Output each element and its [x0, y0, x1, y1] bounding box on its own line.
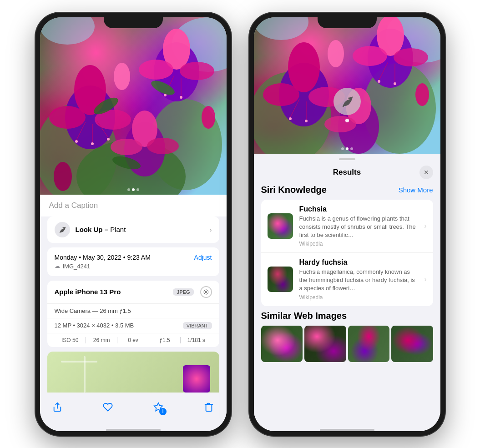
svg-point-7 — [49, 106, 86, 129]
svg-point-26 — [147, 138, 179, 154]
hardy-source: Wikipedia — [299, 294, 418, 301]
bottom-toolbar: i — [40, 393, 227, 426]
knowledge-item-hardy[interactable]: Hardy fuchsia Fuchsia magellanica, commo… — [261, 253, 433, 306]
device-section: Apple iPhone 13 Pro JPEG Wide Camera — 2… — [47, 281, 219, 347]
caption-placeholder[interactable]: Add a Caption — [49, 201, 98, 210]
fuchsia-source: Wikipedia — [299, 241, 418, 247]
fuchsia-arrow: › — [424, 222, 426, 230]
right-screen: Results ✕ Siri Knowledge Show More Fuch — [254, 17, 440, 431]
visual-lookup-button[interactable]: i — [148, 397, 168, 417]
siri-knowledge-section: Siri Knowledge Show More Fuchsia Fuchsia… — [254, 185, 440, 306]
siri-knowledge-title: Siri Knowledge — [261, 185, 327, 195]
right-phone: Results ✕ Siri Knowledge Show More Fuch — [249, 13, 445, 436]
caption-area[interactable]: Add a Caption — [40, 195, 227, 216]
notch-left — [104, 13, 163, 28]
exif-aperture: ƒ1.5 — [149, 337, 181, 343]
filename-label: IMG_4241 — [63, 263, 91, 270]
map-photo-thumb — [183, 365, 210, 393]
results-title: Results — [275, 168, 419, 177]
device-header: Apple iPhone 13 Pro JPEG — [47, 281, 219, 304]
flower-image-right — [254, 17, 440, 154]
photo-dots-right — [341, 147, 353, 150]
svg-point-50 — [353, 46, 387, 66]
svg-point-17 — [139, 60, 173, 80]
svg-point-46 — [289, 117, 292, 120]
trash-button[interactable] — [199, 397, 219, 417]
svg-point-22 — [180, 96, 182, 99]
svg-point-47 — [305, 120, 308, 122]
svg-point-28 — [202, 106, 215, 129]
lookup-row[interactable]: Look Up – Plant › — [47, 216, 219, 243]
svg-point-42 — [263, 83, 299, 106]
fuchsia-name: Fuchsia — [299, 205, 418, 213]
lookup-label: Look Up – Plant — [76, 226, 126, 233]
hardy-name: Hardy fuchsia — [299, 258, 418, 267]
cloud-icon: ☁ — [55, 263, 60, 269]
svg-point-13 — [91, 142, 94, 145]
exif-shutter: 1/181 s — [181, 337, 212, 343]
lookup-icon — [55, 222, 70, 237]
left-screen: Add a Caption Look Up – Plant › Monday •… — [40, 17, 227, 431]
results-panel: Results ✕ Siri Knowledge Show More Fuch — [254, 154, 440, 426]
camera-settings-icon[interactable] — [200, 286, 212, 298]
show-more-button[interactable]: Show More — [399, 186, 433, 194]
exif-ev: 0 ev — [117, 337, 149, 343]
siri-lookup-button[interactable] — [333, 88, 361, 115]
photo-area-right — [254, 17, 440, 154]
device-specs-row: 12 MP • 3024 × 4032 • 3.5 MB VIBRANT — [47, 318, 219, 333]
left-phone: Add a Caption Look Up – Plant › Monday •… — [35, 13, 231, 436]
jpeg-badge: JPEG — [173, 288, 193, 296]
hardy-content: Hardy fuchsia Fuchsia magellanica, commo… — [299, 258, 418, 301]
hardy-thumbnail — [268, 267, 293, 292]
exif-focal: 26 mm — [86, 337, 117, 343]
siri-dot — [345, 119, 349, 122]
info-panel-left: Add a Caption Look Up – Plant › Monday •… — [40, 195, 227, 393]
sim-image-2[interactable] — [304, 326, 346, 362]
svg-point-4 — [40, 17, 95, 45]
sim-image-3[interactable] — [348, 326, 390, 362]
map-road-v — [84, 356, 86, 393]
svg-point-54 — [378, 80, 380, 83]
photo-dots — [127, 188, 139, 191]
camera-detail: Wide Camera — 26 mm ƒ1.5 — [47, 304, 219, 318]
lookup-arrow: › — [210, 226, 212, 233]
info-badge: i — [159, 408, 167, 415]
meta-date-row: Monday • May 30, 2022 • 9:23 AM Adjust — [55, 254, 212, 261]
notch-right — [318, 13, 377, 28]
thumb-flower — [183, 365, 210, 393]
svg-point-33 — [205, 291, 207, 293]
sim-image-1[interactable] — [261, 326, 303, 362]
knowledge-item-fuchsia[interactable]: Fuchsia Fuchsia is a genus of flowering … — [261, 200, 433, 253]
svg-point-41 — [288, 42, 320, 92]
hardy-arrow: › — [424, 275, 426, 283]
lookup-regular: Plant — [108, 226, 126, 233]
home-indicator-left — [106, 429, 161, 431]
hardy-desc: Fuchsia magellanica, commonly known as t… — [299, 268, 418, 293]
fuchsia-desc: Fuchsia is a genus of flowering plants t… — [299, 215, 418, 240]
exif-row: ISO 50 26 mm 0 ev ƒ1.5 1/181 s — [47, 333, 219, 347]
svg-point-51 — [394, 48, 428, 66]
svg-point-39 — [254, 17, 308, 40]
adjust-button[interactable]: Adjust — [194, 254, 212, 261]
similar-images-grid — [261, 326, 433, 362]
siri-header: Siri Knowledge Show More — [261, 185, 433, 195]
lookup-bold: Look Up – — [76, 226, 109, 233]
map-road-h — [61, 361, 97, 362]
map-area[interactable] — [47, 352, 219, 393]
exif-iso: ISO 50 — [55, 337, 86, 343]
svg-point-12 — [75, 140, 78, 143]
meta-cloud-row: ☁ IMG_4241 — [55, 263, 212, 270]
photo-area-left[interactable] — [40, 17, 227, 195]
sim-image-4[interactable] — [391, 326, 433, 362]
heart-button[interactable] — [98, 397, 118, 417]
svg-point-29 — [54, 162, 72, 191]
fuchsia-content: Fuchsia Fuchsia is a genus of flowering … — [299, 205, 418, 247]
svg-point-59 — [328, 40, 344, 67]
similar-title: Similar Web Images — [261, 311, 433, 321]
knowledge-card: Fuchsia Fuchsia is a genus of flowering … — [261, 200, 433, 306]
share-button[interactable] — [47, 397, 67, 417]
leaf-icon — [58, 226, 66, 234]
similar-section: Similar Web Images — [254, 311, 440, 362]
svg-point-58 — [324, 116, 356, 132]
results-close-button[interactable]: ✕ — [419, 166, 433, 179]
